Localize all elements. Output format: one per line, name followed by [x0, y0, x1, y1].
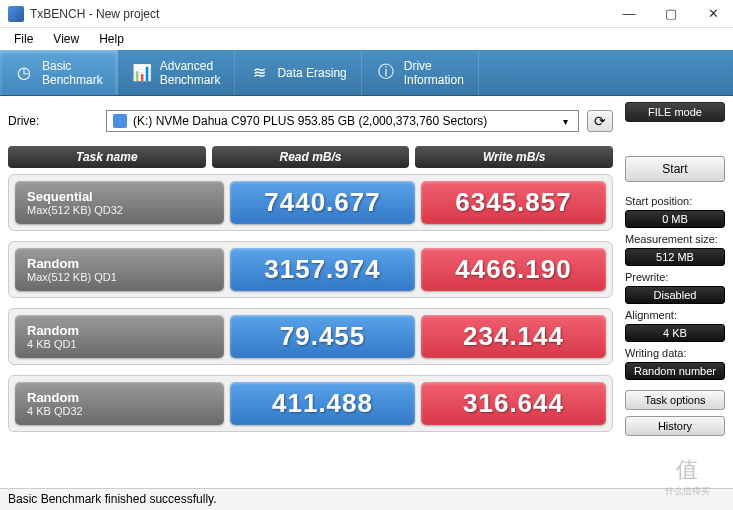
drive-label: Drive:: [8, 114, 98, 128]
read-value: 7440.677: [230, 181, 415, 224]
writing-data-value[interactable]: Random number: [625, 362, 725, 380]
close-button[interactable]: ✕: [701, 6, 725, 21]
main-panel: Drive: (K:) NVMe Dahua C970 PLUS 953.85 …: [0, 96, 621, 486]
menu-file[interactable]: File: [6, 30, 41, 48]
maximize-button[interactable]: ▢: [659, 6, 683, 21]
start-button[interactable]: Start: [625, 156, 725, 182]
benchmark-rows: SequentialMax(512 KB) QD327440.6776345.8…: [8, 174, 613, 432]
task-title: Random: [27, 256, 212, 271]
write-value: 234.144: [421, 315, 606, 358]
window-title: TxBENCH - New project: [30, 7, 617, 21]
main-tabs: ◷ Basic Benchmark 📊 Advanced Benchmark ≋…: [0, 50, 733, 96]
task-subtitle: Max(512 KB) QD1: [27, 271, 212, 283]
task-title: Sequential: [27, 189, 212, 204]
reload-icon: ⟳: [594, 113, 606, 129]
tab-basic-benchmark[interactable]: ◷ Basic Benchmark: [0, 50, 118, 95]
tab-label: Drive Information: [404, 59, 464, 87]
tab-drive-information[interactable]: ⓘ Drive Information: [362, 50, 479, 95]
read-value: 79.455: [230, 315, 415, 358]
write-value: 316.644: [421, 382, 606, 425]
info-icon: ⓘ: [376, 63, 396, 83]
status-bar: Basic Benchmark finished successfully.: [0, 488, 733, 510]
benchmark-row: RandomMax(512 KB) QD13157.9744466.190: [8, 241, 613, 298]
tab-label: Advanced Benchmark: [160, 59, 221, 87]
header-write: Write mB/s: [415, 146, 613, 168]
chart-icon: 📊: [132, 63, 152, 83]
alignment-label: Alignment:: [625, 309, 725, 321]
task-title: Random: [27, 390, 212, 405]
window-controls: — ▢ ✕: [617, 6, 725, 21]
read-value: 3157.974: [230, 248, 415, 291]
start-position-value[interactable]: 0 MB: [625, 210, 725, 228]
measurement-size-label: Measurement size:: [625, 233, 725, 245]
status-text: Basic Benchmark finished successfully.: [8, 492, 217, 506]
menubar: File View Help: [0, 28, 733, 50]
tab-advanced-benchmark[interactable]: 📊 Advanced Benchmark: [118, 50, 236, 95]
start-position-label: Start position:: [625, 195, 725, 207]
task-subtitle: 4 KB QD32: [27, 405, 212, 417]
task-subtitle: 4 KB QD1: [27, 338, 212, 350]
titlebar: TxBENCH - New project — ▢ ✕: [0, 0, 733, 28]
task-title: Random: [27, 323, 212, 338]
header-task: Task name: [8, 146, 206, 168]
drive-selected-text: (K:) NVMe Dahua C970 PLUS 953.85 GB (2,0…: [133, 114, 558, 128]
task-cell[interactable]: Random4 KB QD1: [15, 315, 224, 358]
prewrite-label: Prewrite:: [625, 271, 725, 283]
minimize-button[interactable]: —: [617, 6, 641, 21]
reload-button[interactable]: ⟳: [587, 110, 613, 132]
task-options-button[interactable]: Task options: [625, 390, 725, 410]
prewrite-value[interactable]: Disabled: [625, 286, 725, 304]
menu-help[interactable]: Help: [91, 30, 132, 48]
sidebar: FILE mode Start Start position: 0 MB Mea…: [621, 96, 733, 486]
task-subtitle: Max(512 KB) QD32: [27, 204, 212, 216]
erase-icon: ≋: [249, 63, 269, 83]
chevron-down-icon: ▾: [558, 116, 572, 127]
header-read: Read mB/s: [212, 146, 410, 168]
history-button[interactable]: History: [625, 416, 725, 436]
benchmark-row: SequentialMax(512 KB) QD327440.6776345.8…: [8, 174, 613, 231]
write-value: 4466.190: [421, 248, 606, 291]
app-icon: [8, 6, 24, 22]
read-value: 411.488: [230, 382, 415, 425]
task-cell[interactable]: SequentialMax(512 KB) QD32: [15, 181, 224, 224]
drive-icon: [113, 114, 127, 128]
writing-data-label: Writing data:: [625, 347, 725, 359]
alignment-value[interactable]: 4 KB: [625, 324, 725, 342]
benchmark-row: Random4 KB QD179.455234.144: [8, 308, 613, 365]
drive-selector[interactable]: (K:) NVMe Dahua C970 PLUS 953.85 GB (2,0…: [106, 110, 579, 132]
menu-view[interactable]: View: [45, 30, 87, 48]
task-cell[interactable]: Random4 KB QD32: [15, 382, 224, 425]
tab-label: Basic Benchmark: [42, 59, 103, 87]
gauge-icon: ◷: [14, 63, 34, 83]
tab-data-erasing[interactable]: ≋ Data Erasing: [235, 50, 361, 95]
task-cell[interactable]: RandomMax(512 KB) QD1: [15, 248, 224, 291]
benchmark-row: Random4 KB QD32411.488316.644: [8, 375, 613, 432]
measurement-size-value[interactable]: 512 MB: [625, 248, 725, 266]
tab-label: Data Erasing: [277, 66, 346, 80]
file-mode-button[interactable]: FILE mode: [625, 102, 725, 122]
write-value: 6345.857: [421, 181, 606, 224]
